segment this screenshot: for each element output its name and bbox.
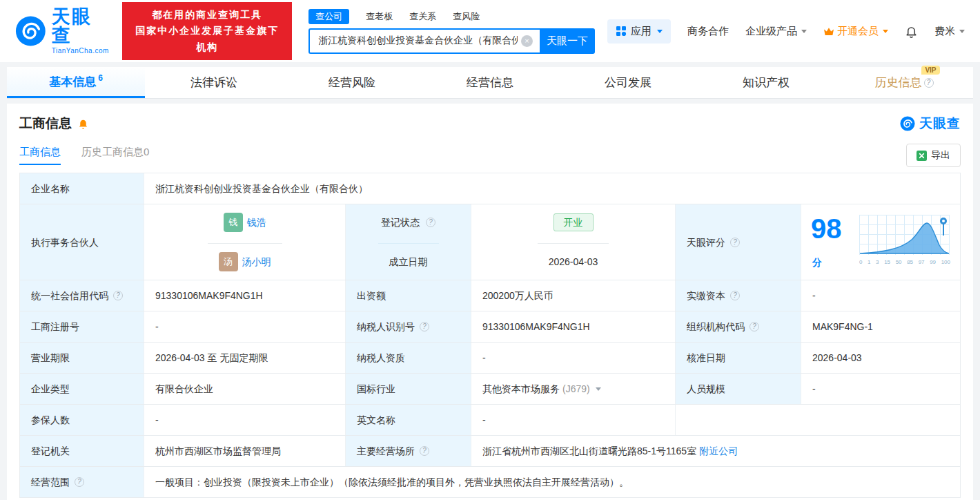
value-taxpayer-quality: - [471,343,676,373]
help-icon[interactable] [924,78,934,88]
tianyancha-watermark-icon [900,116,915,131]
labels-status-date: 登记状态 成立日期 [346,204,471,280]
menu-open-vip[interactable]: 开通会员 [823,25,888,38]
nav-tab-basic-info-count: 6 [98,73,103,83]
chevron-down-icon [657,30,663,33]
help-icon[interactable] [730,291,740,300]
partner-item: 钱 钱浩 [213,204,277,240]
brand-name: 天眼查 [52,8,110,45]
export-button-label: 导出 [931,149,950,162]
search-tab-company[interactable]: 查公司 [308,9,349,24]
tianyancha-logo[interactable]: 天眼查 TianYanCha.com [15,8,110,55]
brand-watermark: 天眼查 [900,115,961,133]
tianyancha-logo-icon [15,15,46,47]
menu-business-cooperation[interactable]: 商务合作 [687,25,729,38]
nav-tab-basic-info-label: 基本信息 [49,74,96,90]
value-paid-capital: - [801,280,960,311]
help-icon[interactable] [426,218,435,227]
value-company-name: 浙江杭资科创创业投资基金合伙企业（有限合伙） [144,173,960,204]
search-tabs: 查公司 查老板 查关系 查风险 [308,9,595,24]
score-number: 98分 [811,215,850,270]
label-paid-capital: 实缴资本 [676,280,801,311]
label-business-term: 营业期限 [20,343,144,373]
notification-bell-icon[interactable] [905,25,918,38]
label-business-address: 主要经营场所 [346,436,471,466]
help-icon[interactable] [75,477,84,487]
label-credit-code: 统一社会信用代码 [20,280,144,311]
search-button[interactable]: 天眼一下 [540,28,595,54]
nav-tab-operating-info-label: 经营信息 [467,75,513,90]
avatar: 钱 [224,213,243,232]
top-header: 天眼查 TianYanCha.com 都在用的商业查询工具 国家中小企业发展子基… [0,0,980,62]
nav-tab-intellectual-property[interactable]: 知识产权 [697,67,835,98]
help-icon[interactable] [420,446,429,456]
subtab-history-business-info[interactable]: 历史工商信息0 [81,146,149,165]
partner-link[interactable]: 钱浩 [247,215,266,229]
excel-icon [917,151,927,161]
subtab-business-info[interactable]: 工商信息 [19,146,61,165]
label-staff-size: 人员规模 [676,374,801,404]
nav-tab-basic-info[interactable]: 基本信息 6 [7,67,145,98]
industry-code: (J679) [562,382,590,396]
label-executive-partner: 执行事务合伙人 [20,204,144,280]
partner-item: 汤 汤小明 [208,243,282,280]
value-org-code: MAK9F4NG-1 [801,311,960,342]
search-tab-boss[interactable]: 查老板 [366,10,393,23]
label-insured-count: 参保人数 [20,405,144,435]
section-header: 工商信息 天眼查 [19,115,961,133]
partner-link[interactable]: 汤小明 [242,255,271,269]
table-row-type-industry: 企业类型 有限合伙企业 国标行业 其他资本市场服务 (J679) 人员规模 - [20,374,960,405]
help-icon[interactable] [420,322,429,331]
nav-tab-intellectual-property-label: 知识产权 [743,75,790,90]
table-row-partners-status-score: 执行事务合伙人 钱 钱浩 汤 汤小明 登记状态 成立日期 [20,204,960,280]
table-row-authority-address: 登记机关 杭州市西湖区市场监督管理局 主要经营场所 浙江省杭州市西湖区北山街道曙… [20,436,960,467]
nav-tab-history-info-label: 历史信息 [875,76,922,89]
menu-enterprise-products-label: 企业级产品 [745,25,797,38]
nav-tab-history-info[interactable]: 历史信息 VIP [835,67,973,98]
crown-icon [823,27,834,36]
label-registration-number: 工商注册号 [20,311,144,342]
brand-domain: TianYanCha.com [52,47,110,55]
value-tianyan-score: 98分 [801,204,960,280]
help-icon[interactable] [113,291,123,300]
table-row-term-approval: 营业期限 2026-04-03 至 无固定期限 纳税人资质 - 核准日期 202… [20,343,960,374]
clear-search-icon[interactable] [521,35,533,47]
label-company-type: 企业类型 [20,374,144,404]
divider [0,99,980,104]
value-insured-count: - [144,405,346,435]
label-approval-date: 核准日期 [676,343,801,373]
nav-tab-operating-risk[interactable]: 经营风险 [283,67,421,98]
export-button[interactable]: 导出 [906,144,961,167]
avatar: 汤 [219,252,238,271]
search-tab-risk[interactable]: 查风险 [453,10,480,23]
table-row-registration-tax: 工商注册号 - 纳税人识别号 91330106MAK9F4NG1H 组织机构代码… [20,311,960,343]
help-icon[interactable] [730,238,740,247]
score-chart [859,215,950,255]
nav-tab-company-development-label: 公司发展 [605,75,651,90]
label-english-name: 英文名称 [346,405,471,435]
industry-expand-icon[interactable] [596,387,601,391]
nav-tab-operating-info[interactable]: 经营信息 [421,67,559,98]
value-company-type: 有限合伙企业 [144,374,346,404]
apps-menu[interactable]: 应用 [607,19,671,44]
value-registration-authority: 杭州市西湖区市场监督管理局 [144,436,346,466]
search-input[interactable] [308,28,540,54]
label-industry: 国标行业 [346,374,471,404]
help-icon[interactable] [749,322,759,331]
monitor-bell-icon[interactable] [77,118,89,130]
user-menu[interactable]: 费米 [934,25,965,38]
chevron-down-icon [959,30,965,33]
value-credit-code: 91330106MAK9F4NG1H [144,280,346,311]
vip-badge: VIP [921,66,939,75]
nearby-companies-link[interactable]: 附近公司 [699,444,738,458]
user-name: 费米 [934,25,955,38]
apps-menu-label: 应用 [631,25,651,38]
nav-tab-company-development[interactable]: 公司发展 [559,67,697,98]
menu-enterprise-products[interactable]: 企业级产品 [745,25,807,38]
nav-tab-legal[interactable]: 法律诉讼 [145,67,283,98]
top-right-menu: 应用 商务合作 企业级产品 开通会员 费米 [607,19,965,44]
menu-open-vip-label: 开通会员 [837,25,879,38]
value-registration-number: - [144,311,346,342]
sub-tabs: 工商信息 历史工商信息0 导出 [19,144,961,167]
search-tab-relation[interactable]: 查关系 [409,10,436,23]
